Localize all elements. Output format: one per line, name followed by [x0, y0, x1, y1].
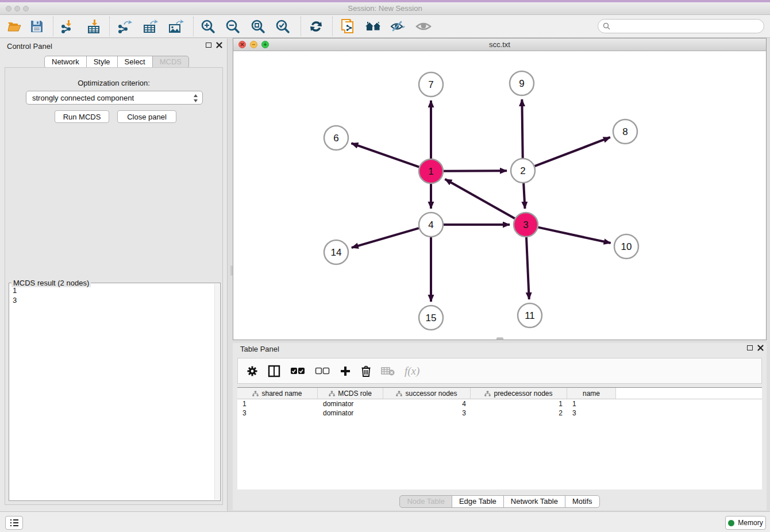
edge-1-2[interactable] [444, 171, 507, 171]
edge-3-10[interactable] [538, 228, 610, 243]
select-all-button[interactable] [290, 367, 305, 375]
svg-text:15: 15 [426, 313, 437, 323]
float-panel-icon[interactable] [206, 43, 211, 48]
cell[interactable]: 3 [383, 408, 471, 418]
close-window-button[interactable] [6, 6, 11, 11]
save-session-button[interactable] [30, 19, 44, 34]
apply-layout-button[interactable] [309, 19, 324, 34]
import-table-button[interactable] [86, 19, 101, 34]
float-panel-icon[interactable] [747, 345, 753, 350]
search-input[interactable] [614, 22, 764, 30]
vertical-splitter-grip[interactable] [230, 265, 233, 276]
column-header-successor-nodes[interactable]: successor nodes [383, 388, 471, 399]
tab-motifs[interactable]: Motifs [565, 495, 600, 508]
close-panel-button[interactable]: Close panel [117, 110, 176, 123]
tab-network-table[interactable]: Network Table [503, 495, 565, 508]
export-image-button[interactable] [168, 19, 184, 34]
tab-select[interactable]: Select [117, 56, 153, 68]
memory-button[interactable]: Memory [725, 516, 766, 530]
column-header-name[interactable]: name [567, 388, 616, 399]
control-panel-tabs: NetworkStyleSelectMCDS [44, 56, 189, 68]
node-1[interactable]: 1 [419, 159, 443, 183]
edge-4-14[interactable] [352, 228, 419, 248]
edge-3-1[interactable] [445, 179, 514, 218]
node-2[interactable]: 2 [511, 159, 535, 183]
cell[interactable]: 2 [471, 408, 567, 418]
column-header-shared-name[interactable]: shared name [237, 388, 318, 399]
node-11[interactable]: 11 [518, 303, 542, 327]
mcds-result-title: MCDS result (2 nodes) [11, 279, 91, 287]
edge-1-6[interactable] [351, 143, 419, 167]
import-network-button[interactable] [60, 19, 75, 34]
hide-selected-button[interactable] [390, 19, 406, 34]
zoom-out-button[interactable] [225, 19, 240, 34]
node-6[interactable]: 6 [324, 126, 348, 150]
export-table-button[interactable] [143, 19, 159, 34]
cell[interactable]: 1 [567, 399, 616, 408]
column-header-MCDS-role[interactable]: MCDS role [318, 388, 383, 399]
optimization-criterion-value: strongly connected component [32, 94, 134, 102]
function-builder-button[interactable]: f(x) [405, 365, 419, 377]
tab-style[interactable]: Style [86, 56, 118, 68]
svg-text:1: 1 [428, 166, 433, 177]
delete-column-button[interactable] [361, 365, 371, 377]
node-10[interactable]: 10 [614, 234, 638, 259]
toolbar-separator [332, 17, 333, 36]
add-column-button[interactable] [340, 365, 351, 377]
network-graph-canvas[interactable]: 7968124314101511 [233, 51, 766, 340]
homes-icon [364, 20, 383, 33]
zoom-in-button[interactable] [201, 19, 215, 34]
tab-node-table[interactable]: Node Table [399, 495, 452, 508]
plus-icon [340, 365, 351, 377]
cell[interactable]: 4 [383, 399, 471, 408]
minimize-view-button[interactable]: − [250, 41, 257, 48]
maximize-view-button[interactable]: + [261, 41, 269, 48]
delete-table-button[interactable] [381, 366, 395, 376]
close-panel-icon[interactable] [216, 42, 222, 48]
edge-3-11[interactable] [526, 237, 529, 299]
show-columns-button[interactable] [268, 365, 280, 377]
cell[interactable]: dominator [318, 399, 383, 408]
node-15[interactable]: 15 [419, 306, 443, 330]
task-history-button[interactable] [5, 516, 23, 530]
run-mcds-button[interactable]: Run MCDS [55, 110, 109, 123]
cell[interactable]: 1 [471, 399, 567, 408]
node-14[interactable]: 14 [324, 240, 348, 264]
search-box[interactable] [598, 19, 764, 33]
optimization-criterion-select[interactable]: strongly connected component [26, 91, 203, 105]
show-hidden-button[interactable] [415, 19, 432, 34]
edge-2-9[interactable] [522, 99, 522, 158]
tab-edge-table[interactable]: Edge Table [452, 495, 504, 508]
result-scrollbar[interactable] [214, 284, 220, 500]
tab-mcds[interactable]: MCDS [152, 56, 189, 68]
cell[interactable]: dominator [318, 408, 383, 418]
close-panel-icon[interactable] [757, 345, 764, 351]
zoom-window-button[interactable] [23, 6, 29, 11]
open-session-button[interactable] [7, 19, 22, 34]
zoom-selected-button[interactable] [275, 19, 290, 34]
table-panel-title: Table Panel [240, 345, 279, 353]
zoom-fit-button[interactable] [251, 19, 265, 34]
close-view-button[interactable]: ✕ [238, 41, 246, 48]
copy-style-button[interactable] [340, 19, 356, 34]
tab-network[interactable]: Network [44, 56, 87, 68]
cyndex-browse-button[interactable] [364, 19, 383, 34]
edge-2-3[interactable] [523, 183, 525, 209]
splitter-grip[interactable] [496, 337, 503, 340]
node-3[interactable]: 3 [514, 213, 538, 237]
cell[interactable]: 1 [237, 399, 318, 408]
node-9[interactable]: 9 [510, 71, 534, 95]
node-8[interactable]: 8 [613, 119, 637, 144]
minimize-window-button[interactable] [14, 6, 20, 11]
node-4[interactable]: 4 [419, 213, 443, 237]
deselect-all-button[interactable] [315, 367, 330, 375]
table-row[interactable]: 1dominator411 [237, 399, 762, 408]
node-7[interactable]: 7 [419, 72, 443, 97]
cell[interactable]: 3 [567, 408, 616, 418]
export-network-button[interactable] [117, 19, 133, 34]
table-row[interactable]: 3dominator323 [237, 408, 762, 418]
column-header-predecessor-nodes[interactable]: predecessor nodes [471, 388, 567, 399]
cell[interactable]: 3 [237, 408, 318, 418]
edge-2-8[interactable] [535, 137, 610, 166]
table-settings-button[interactable] [247, 365, 258, 377]
